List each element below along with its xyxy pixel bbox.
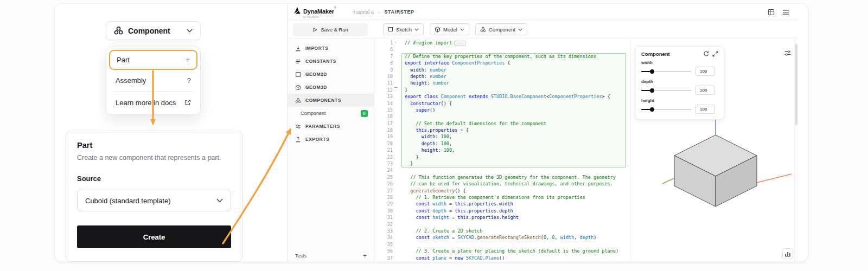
- slider-knob[interactable]: [650, 69, 654, 74]
- code-text: [398, 113, 405, 120]
- apps-grid-icon[interactable]: [768, 9, 775, 16]
- chevron-down-icon: [216, 198, 223, 203]
- code-line[interactable]: 29 const width = this.properties.width: [374, 201, 626, 207]
- sidebar-item-parameters[interactable]: PARAMETERS: [288, 120, 374, 133]
- code-line[interactable]: 25 // This function generates the 3D geo…: [374, 174, 626, 180]
- source-select-value: Cuboid (standard template): [85, 197, 171, 205]
- code-text: // can be used for visualization, techni…: [398, 180, 613, 187]
- menu-hamburger-icon[interactable]: [782, 9, 789, 15]
- depth-label: depth: [641, 79, 718, 84]
- height-slider[interactable]: [641, 107, 691, 112]
- fold-chevron-icon[interactable]: ›: [393, 40, 398, 46]
- code-text: [398, 46, 405, 53]
- code-editor[interactable]: 1›// #region import···67// Define the ke…: [374, 38, 630, 262]
- play-icon: [362, 112, 366, 115]
- viewport-settings-button[interactable]: [783, 48, 793, 58]
- code-text: generateGeometry() {: [398, 188, 466, 194]
- line-number: 30: [374, 208, 393, 214]
- code-line[interactable]: 24: [374, 167, 626, 173]
- code-line[interactable]: 31 const height = this.properties.height: [374, 214, 626, 221]
- code-line[interactable]: 16: [374, 113, 626, 120]
- fold-spacer: [393, 100, 398, 107]
- collapse-panel-icon[interactable]: [712, 51, 718, 57]
- code-line[interactable]: 17 // Set the default dimensions for the…: [374, 120, 626, 127]
- code-line[interactable]: 8export interface ComponentProperties {: [374, 60, 626, 66]
- save-and-run-button[interactable]: Save & Run: [293, 23, 368, 36]
- add-test-icon[interactable]: +: [363, 252, 367, 260]
- code-line[interactable]: 27 generateGeometry() {: [374, 188, 626, 194]
- code-line[interactable]: 30 const depth = this.properties.depth: [374, 208, 626, 214]
- code-line[interactable]: 34 const sketch = SKYCAD.generateRectang…: [374, 234, 626, 241]
- code-line[interactable]: 22 }: [374, 154, 626, 160]
- depth-value-input[interactable]: 100: [695, 86, 715, 95]
- fold-spacer: [393, 60, 398, 66]
- code-line[interactable]: 19 width: 100,: [374, 133, 626, 140]
- fold-spacer: [393, 180, 398, 187]
- code-line[interactable]: 23 }: [374, 160, 626, 167]
- stats-button[interactable]: [782, 248, 793, 259]
- width-slider[interactable]: [641, 69, 691, 74]
- breadcrumb-project[interactable]: Tutorial 6: [353, 9, 374, 15]
- model-dropdown-button[interactable]: Model: [430, 23, 469, 35]
- slider-knob[interactable]: [650, 88, 654, 93]
- line-number: 33: [374, 228, 393, 234]
- sidebar-item-geom3d[interactable]: GEOM3D: [288, 81, 374, 94]
- code-line[interactable]: 26 // can be used for visualization, tec…: [374, 180, 626, 187]
- run-component-button[interactable]: [361, 110, 368, 117]
- breadcrumb-separator-icon: ›: [378, 9, 380, 15]
- scrollbar-thumb[interactable]: [795, 44, 797, 125]
- sidebar-subitem-component[interactable]: Component: [288, 107, 374, 120]
- code-line[interactable]: 21 height: 100,: [374, 147, 626, 153]
- code-line[interactable]: 28 // 1. Retrieve the component's dimens…: [374, 194, 626, 201]
- code-line[interactable]: 11 height: number: [374, 80, 626, 86]
- code-line[interactable]: 13export class Component extends STUDIO.…: [374, 93, 626, 100]
- component-dropdown-button[interactable]: Component: [106, 21, 201, 40]
- sketch-dropdown-button[interactable]: Sketch: [383, 23, 424, 35]
- depth-slider[interactable]: [641, 88, 691, 93]
- code-line[interactable]: 15 super(): [374, 107, 626, 113]
- code-line[interactable]: 7// Define the key properties of the com…: [374, 53, 626, 60]
- sidebar-item-exports[interactable]: EXPORTS: [288, 133, 374, 146]
- sidebar-item-components[interactable]: COMPONENTS: [288, 94, 374, 107]
- tune-sliders-icon: [784, 49, 792, 57]
- breadcrumb-app[interactable]: STAIRSTEP: [384, 9, 414, 15]
- code-line[interactable]: 33 // 2. Create a 2D sketch: [374, 228, 626, 234]
- code-line[interactable]: 18 this.properties = {: [374, 127, 626, 133]
- fold-spacer: [393, 167, 398, 173]
- code-line[interactable]: 37 const plane = new SKYCAD.Plane(): [374, 255, 626, 261]
- sidebar-item-geom2d[interactable]: GEOM2D: [288, 68, 374, 81]
- slider-knob[interactable]: [650, 107, 654, 112]
- chevron-down-icon: [187, 29, 193, 33]
- menu-item-part[interactable]: Part +: [109, 50, 197, 70]
- line-number: 6: [374, 46, 393, 53]
- tests-section[interactable]: Tests +: [288, 251, 374, 261]
- sidebar-item-constants[interactable]: CONSTANTS: [288, 55, 374, 68]
- code-line[interactable]: 14 constructor() {: [374, 100, 626, 107]
- code-line[interactable]: 12}: [374, 87, 626, 93]
- code-line[interactable]: 1›// #region import···: [374, 40, 626, 46]
- line-number: 14: [374, 100, 393, 107]
- source-select[interactable]: Cuboid (standard template): [77, 190, 231, 211]
- dynamaker-logo[interactable]: DynaMaker® by SkyMaker: [293, 6, 336, 18]
- reset-icon[interactable]: [703, 51, 709, 57]
- menu-item-learn-more[interactable]: Learn more in docs: [109, 93, 197, 112]
- code-line[interactable]: 6: [374, 46, 626, 53]
- code-line[interactable]: 9 width: number: [374, 67, 626, 73]
- code-line[interactable]: 36 // 3. Create a plane for placing the …: [374, 248, 626, 254]
- fold-spacer: [393, 221, 398, 228]
- line-number: 21: [374, 147, 393, 153]
- code-text: const sketch = SKYCAD.generateRectangleS…: [398, 234, 596, 241]
- sidebar-item-imports[interactable]: IMPORTS: [288, 42, 374, 55]
- component-dropdown-button-toolbar[interactable]: Component: [475, 23, 527, 35]
- code-line[interactable]: 20 depth: 100,: [374, 140, 626, 147]
- code-line[interactable]: 32: [374, 221, 626, 228]
- height-value-input[interactable]: 100: [695, 105, 715, 114]
- create-button[interactable]: Create: [77, 225, 231, 248]
- app-scrollbar[interactable]: [794, 38, 798, 262]
- code-line[interactable]: 10 depth: number: [374, 73, 626, 80]
- code-line[interactable]: 35: [374, 241, 626, 248]
- width-value-input[interactable]: 100: [695, 67, 715, 76]
- line-number: 27: [374, 188, 393, 194]
- menu-item-assembly[interactable]: Assembly ?: [109, 71, 197, 89]
- code-text: const plane = new SKYCAD.Plane(): [398, 255, 505, 261]
